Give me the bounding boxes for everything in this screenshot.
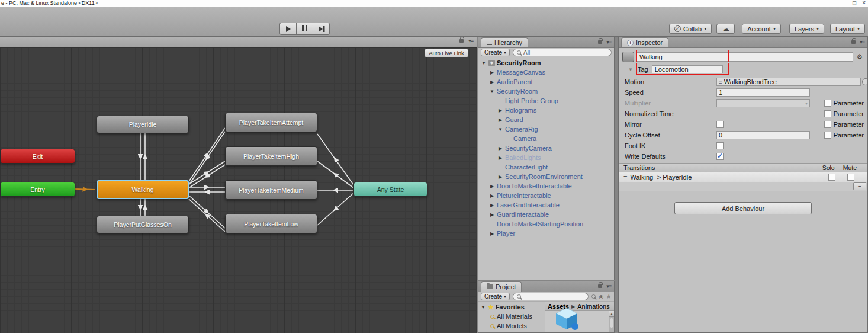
state-walking[interactable]: Walking: [97, 180, 189, 199]
layers-button[interactable]: Layers ▾: [789, 24, 824, 34]
step-button[interactable]: [313, 23, 330, 35]
foldout-closed-icon[interactable]: ▶: [489, 79, 495, 85]
scroll-thumb[interactable]: [610, 318, 613, 328]
hierarchy-item-camerarig[interactable]: ▼CameraRig: [478, 124, 614, 134]
tab-inspector[interactable]: i Inspector: [621, 37, 668, 47]
transition-edge[interactable]: [189, 199, 225, 232]
hierarchy-item-camera[interactable]: Camera: [478, 134, 614, 143]
create-button[interactable]: Create ▾: [481, 293, 510, 300]
gear-icon[interactable]: ⚙: [856, 53, 864, 61]
state-playertakeitemhigh[interactable]: PlayerTakeItemHigh: [225, 146, 317, 166]
transition-list-item[interactable]: = Walking -> PlayerIdle: [619, 172, 867, 182]
multiplier-parameter-checkbox[interactable]: [824, 100, 831, 107]
speed-input[interactable]: 1: [716, 88, 810, 97]
solo-checkbox[interactable]: [828, 174, 835, 181]
hierarchy-item-audioparent[interactable]: ▶AudioParent: [478, 77, 614, 87]
mirror-parameter-checkbox[interactable]: [824, 121, 831, 128]
foldout-closed-icon[interactable]: ▶: [489, 193, 495, 198]
hierarchy-item-doortomarketinteractable[interactable]: ▶DoorToMarketInteractable: [478, 181, 614, 191]
state-playertakeitemlow[interactable]: PlayerTakeItemLow: [225, 214, 317, 233]
cycle-offset-input[interactable]: 0: [716, 131, 810, 139]
asset-cube-thumbnail[interactable]: [554, 307, 580, 331]
write-defaults-checkbox[interactable]: [716, 153, 724, 160]
hierarchy-item-light-probe-group[interactable]: Light Probe Group: [478, 96, 614, 105]
panel-menu-icon[interactable]: ▾≡: [606, 283, 611, 289]
foot-ik-checkbox[interactable]: [716, 142, 724, 149]
hierarchy-item-lasergridinteractable[interactable]: ▶LaserGridInteractable: [478, 200, 614, 210]
cycle-offset-parameter-checkbox[interactable]: [824, 132, 831, 139]
play-button[interactable]: [279, 23, 297, 35]
state-playertakeitemmedium[interactable]: PlayerTakeItemMedium: [225, 180, 317, 200]
search-by-label-icon[interactable]: ◎: [599, 294, 603, 300]
favorites-item-all-materials[interactable]: All Materials: [478, 312, 545, 321]
favorites-header[interactable]: ▼ ★ Favorites: [478, 302, 545, 312]
animator-canvas[interactable]: PlayerIdlePlayerTakeItemAttemptExitPlaye…: [0, 47, 477, 333]
lock-icon[interactable]: [851, 40, 856, 44]
panel-menu-icon[interactable]: ▾≡: [860, 39, 864, 45]
state-any-state[interactable]: Any State: [353, 182, 427, 197]
foldout-closed-icon[interactable]: ▶: [489, 70, 495, 75]
project-search-input[interactable]: [513, 293, 589, 300]
lock-icon[interactable]: [598, 284, 602, 288]
layout-button[interactable]: Layout ▾: [830, 24, 865, 34]
cloud-services-button[interactable]: ☁: [716, 24, 735, 34]
panel-menu-icon[interactable]: ▾≡: [468, 38, 473, 44]
account-button[interactable]: Account ▾: [742, 24, 781, 34]
window-close-button[interactable]: ×: [862, 0, 866, 6]
foldout-closed-icon[interactable]: ▶: [497, 174, 503, 180]
hierarchy-item-holograms[interactable]: ▶Holograms: [478, 105, 614, 115]
tag-input[interactable]: Locomotion: [652, 65, 723, 73]
foldout-open-icon[interactable]: ▼: [489, 89, 495, 94]
hierarchy-item-pictureinteractable[interactable]: ▶PictureInteractable: [478, 191, 614, 200]
scrollbar[interactable]: ▲: [609, 311, 614, 332]
hierarchy-item-bakedlights[interactable]: ▶BakedLights: [478, 153, 614, 162]
favorites-item-all-prefabs[interactable]: All Prefabs: [478, 331, 545, 332]
foldout-closed-icon[interactable]: ▶: [497, 108, 503, 113]
saved-search-star-icon[interactable]: ★: [606, 293, 612, 300]
normalized-time-parameter-checkbox[interactable]: [824, 110, 831, 117]
foldout-open-icon[interactable]: ▼: [481, 60, 487, 66]
transition-edge[interactable]: [317, 193, 353, 225]
drag-handle-icon[interactable]: =: [623, 174, 627, 181]
hierarchy-item-messagecanvas[interactable]: ▶MessageCanvas: [478, 68, 614, 77]
foldout-closed-icon[interactable]: ▶: [489, 184, 495, 189]
state-playerputglasseson[interactable]: PlayerPutGlassesOn: [97, 216, 189, 233]
hierarchy-item-securityroom[interactable]: ▼SecurityRoom: [478, 87, 614, 96]
transition-edge[interactable]: [189, 196, 225, 228]
transition-edge[interactable]: [317, 161, 353, 188]
tab-hierarchy[interactable]: Hierarchy: [481, 37, 528, 47]
transition-edge[interactable]: [189, 128, 225, 181]
foldout-open-icon[interactable]: ▼: [480, 305, 486, 310]
transition-edge[interactable]: [75, 189, 95, 190]
mirror-checkbox[interactable]: [716, 121, 724, 128]
hierarchy-item-securityroomenvironment[interactable]: ▶SecurityRoomEnvironment: [478, 172, 614, 181]
panel-menu-icon[interactable]: ▾≡: [606, 39, 611, 45]
add-behaviour-button[interactable]: Add Behaviour: [674, 202, 812, 214]
multiplier-dropdown[interactable]: ▾: [716, 99, 810, 107]
state-name-input[interactable]: Walking: [636, 52, 853, 62]
foldout-closed-icon[interactable]: ▶: [489, 212, 495, 217]
hierarchy-item-doortomarketstartingposition[interactable]: DoorToMarketStartingPosition: [478, 219, 614, 229]
scroll-up-icon[interactable]: ▲: [609, 311, 614, 317]
foldout-open-icon[interactable]: ▼: [628, 67, 634, 72]
mute-checkbox[interactable]: [847, 174, 854, 181]
favorites-item-all-models[interactable]: All Models: [478, 321, 545, 331]
hierarchy-item-guardinteractable[interactable]: ▶GuardInteractable: [478, 210, 614, 219]
foldout-closed-icon[interactable]: ▶: [489, 231, 495, 236]
remove-transition-button[interactable]: −: [853, 182, 866, 190]
state-playeridle[interactable]: PlayerIdle: [97, 116, 189, 133]
auto-live-link-button[interactable]: Auto Live Link: [425, 49, 468, 57]
lock-icon[interactable]: [598, 40, 602, 44]
transition-edge[interactable]: [317, 134, 353, 185]
foldout-open-icon[interactable]: ▼: [497, 127, 503, 132]
collab-button[interactable]: ✓ Collab ▾: [669, 24, 712, 34]
hierarchy-item-securitycamera[interactable]: ▶SecurityCamera: [478, 143, 614, 153]
hierarchy-item-securityroom[interactable]: ▼◆SecurityRoom: [478, 58, 614, 68]
pause-button[interactable]: [296, 23, 313, 35]
state-playertakeitemattempt[interactable]: PlayerTakeItemAttempt: [225, 113, 317, 132]
create-button[interactable]: Create ▾: [481, 49, 510, 56]
foldout-closed-icon[interactable]: ▶: [497, 117, 503, 123]
hierarchy-item-characterlight[interactable]: CharacterLight: [478, 162, 614, 172]
foldout-closed-icon[interactable]: ▶: [489, 203, 495, 208]
hierarchy-search-input[interactable]: All: [513, 49, 612, 56]
